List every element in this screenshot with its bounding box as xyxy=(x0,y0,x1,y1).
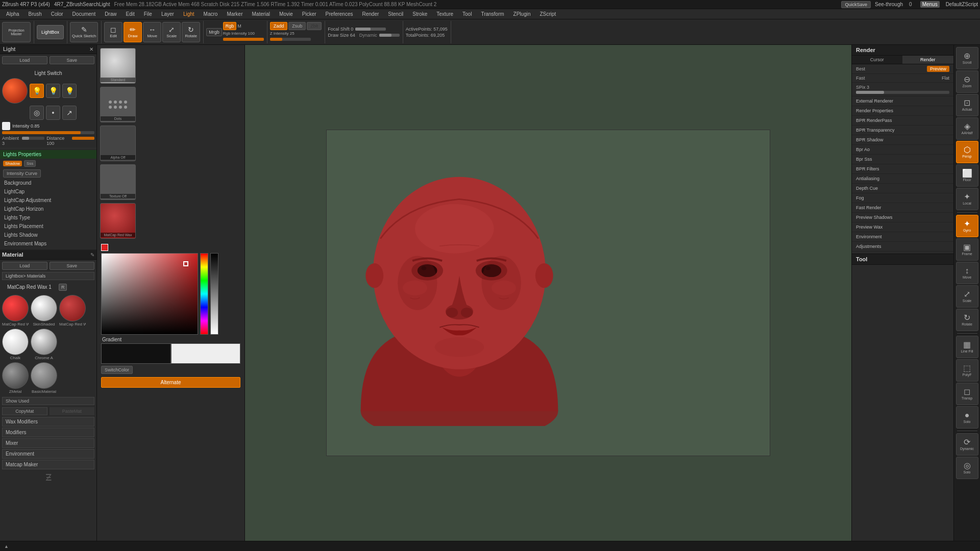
projection-master-button[interactable]: ProjectionMaster xyxy=(2,22,31,42)
intensity-curve-button[interactable]: Intensity Curve xyxy=(3,169,41,178)
rt-scale-button[interactable]: ⤢ Scale xyxy=(956,285,978,308)
prop-lights-placement[interactable]: Lights Placement xyxy=(0,222,96,231)
render-adjustments[interactable]: Adjustments xyxy=(852,242,953,252)
menu-texture[interactable]: Texture xyxy=(432,10,457,18)
light-dot-icon[interactable]: • xyxy=(46,106,60,120)
menu-color[interactable]: Color xyxy=(47,10,67,18)
paste-mat-button[interactable]: PasteMat xyxy=(50,407,95,415)
render-preview-shadows[interactable]: Preview Shadows xyxy=(852,213,953,222)
color-square[interactable] xyxy=(101,253,198,335)
intensity-slider[interactable] xyxy=(2,131,94,134)
render-depth-cue[interactable]: Depth Cue xyxy=(852,184,953,193)
zblt-button[interactable]: Zblt xyxy=(307,22,322,30)
render-tab-cursor[interactable]: Cursor xyxy=(852,56,903,64)
draw-button[interactable]: ✏ Draw xyxy=(124,22,142,42)
switch-color-button[interactable]: SwitchColor xyxy=(101,366,133,374)
rt-actual-button[interactable]: ⊡ Actual xyxy=(956,94,978,116)
edit-button[interactable]: ◻ Edit xyxy=(104,22,122,42)
prop-environment-maps[interactable]: Environment Maps xyxy=(0,239,96,248)
render-properties[interactable]: Render Properties xyxy=(852,106,953,116)
prop-lightcap[interactable]: LightCap xyxy=(0,187,96,196)
light-save-button[interactable]: Save xyxy=(50,56,95,64)
alternate-button[interactable]: Alternate xyxy=(101,377,240,388)
menu-file[interactable]: File xyxy=(140,10,156,18)
menu-stencil[interactable]: Stencil xyxy=(384,10,407,18)
mat-sphere-zmetal[interactable] xyxy=(2,362,29,389)
mat-thumbnail-redwax[interactable]: MatCap Red Wax xyxy=(100,203,136,239)
light-icon-1[interactable]: 💡 xyxy=(30,84,44,98)
material-panel-header[interactable]: Material ✎ xyxy=(0,250,96,260)
render-bpr-transparency[interactable]: BPR Transparency xyxy=(852,126,953,135)
menu-alpha[interactable]: Alpha xyxy=(2,10,23,18)
mat-sphere-red[interactable] xyxy=(2,295,29,321)
menu-render[interactable]: Render xyxy=(358,10,383,18)
menu-movie[interactable]: Movie xyxy=(275,10,297,18)
quick-sketch-button[interactable]: ✎ Quick Sketch xyxy=(70,22,98,42)
rt-move-button[interactable]: ↕ Move xyxy=(956,262,978,284)
rt-solo2-button[interactable]: ◎ Solo xyxy=(956,457,978,479)
rotate-button[interactable]: ↻ Rotate xyxy=(182,22,200,42)
render-bpr-renderpass[interactable]: BPR RenderPass xyxy=(852,116,953,126)
render-fast-render[interactable]: Fast Render xyxy=(852,203,953,213)
light-icon-2[interactable]: 💡 xyxy=(46,84,60,98)
move-button[interactable]: ↔ Move xyxy=(143,22,161,42)
swatch-black[interactable] xyxy=(101,343,171,364)
show-used-button[interactable]: Show Used xyxy=(2,397,94,405)
light-panel-header[interactable]: Light ✕ xyxy=(0,45,96,54)
menu-tool[interactable]: Tool xyxy=(458,10,476,18)
color-picker-container[interactable] xyxy=(99,253,242,335)
rt-rotate-button[interactable]: ↻ Rotate xyxy=(956,309,978,331)
render-bpr-filters[interactable]: BPR Filters xyxy=(852,164,953,174)
mat-sphere-skinshaded[interactable] xyxy=(31,295,57,321)
rt-gyro-button[interactable]: ✦ Gyro xyxy=(956,215,978,237)
mat-thumbnail-dots[interactable]: Dots xyxy=(100,87,136,122)
ambient-slider[interactable] xyxy=(22,137,44,140)
focal-shift-track[interactable] xyxy=(355,28,386,31)
render-tab-render[interactable]: Render xyxy=(903,56,954,64)
rt-scroll-button[interactable]: ⊕ Scroll xyxy=(956,47,978,69)
material-load-button[interactable]: Load xyxy=(2,262,47,270)
light-icon-3[interactable]: 💡 xyxy=(62,84,77,98)
sss-badge[interactable]: Sss xyxy=(24,160,36,167)
scale-button[interactable]: ⤢ Scale xyxy=(162,22,181,42)
hue-strip[interactable] xyxy=(200,253,208,335)
render-antialiasing[interactable]: Antialiasing xyxy=(852,174,953,184)
quicksave-button[interactable]: QuickSave xyxy=(841,1,871,8)
swatch-white[interactable] xyxy=(171,343,241,364)
zadd-button[interactable]: Zadd xyxy=(270,22,288,30)
rt-local-button[interactable]: ✦ Local xyxy=(956,188,978,210)
rt-aahalf-button[interactable]: ◈ AAHalf xyxy=(956,117,978,140)
render-bpr-ao[interactable]: Bpr Ao xyxy=(852,145,953,155)
render-environment[interactable]: Environment xyxy=(852,232,953,242)
environment-button[interactable]: Environment xyxy=(2,449,94,459)
light-load-button[interactable]: Load xyxy=(2,56,47,64)
menu-marker[interactable]: Marker xyxy=(223,10,247,18)
color-indicator[interactable] xyxy=(101,244,108,251)
rt-dynamic-button[interactable]: ⟳ Dynamic xyxy=(956,433,978,456)
mat-sphere-basic[interactable] xyxy=(31,362,57,389)
menu-zscript[interactable]: ZScript xyxy=(536,10,560,18)
wax-modifiers-button[interactable]: Wax Modifiers xyxy=(2,417,94,427)
menu-transform[interactable]: Transform xyxy=(477,10,508,18)
mat-sphere-red2[interactable] xyxy=(59,295,86,321)
menu-layer[interactable]: Layer xyxy=(157,10,178,18)
prop-lightcap-adjustment[interactable]: LightCap Adjustment xyxy=(0,196,96,205)
spix-slider[interactable] xyxy=(856,91,949,94)
mat-thumbnail-standard[interactable]: Standard xyxy=(100,48,136,84)
menu-edit[interactable]: Edit xyxy=(122,10,139,18)
rt-solo-button[interactable]: ● Solo xyxy=(956,406,978,429)
prop-lights-shadow[interactable]: Lights Shadow xyxy=(0,231,96,239)
render-external-renderer[interactable]: External Renderer xyxy=(852,96,953,106)
modifiers-button[interactable]: Modifiers xyxy=(2,428,94,437)
menu-macro[interactable]: Macro xyxy=(200,10,222,18)
render-preview-value[interactable]: Preview xyxy=(927,66,949,72)
menu-document[interactable]: Document xyxy=(68,10,100,18)
prop-lightcap-horizon[interactable]: LightCap Horizon xyxy=(0,205,96,213)
shadow-badge[interactable]: Shadow xyxy=(3,161,22,166)
draw-size-track[interactable] xyxy=(379,34,400,37)
render-fog[interactable]: Fog xyxy=(852,193,953,203)
matcap-maker-button[interactable]: Matcap Maker xyxy=(2,460,94,469)
rt-frame-button[interactable]: ▣ Frame xyxy=(956,238,978,261)
menu-material[interactable]: Material xyxy=(248,10,275,18)
rt-linefill-button[interactable]: ▦ Line Fill xyxy=(956,336,978,358)
